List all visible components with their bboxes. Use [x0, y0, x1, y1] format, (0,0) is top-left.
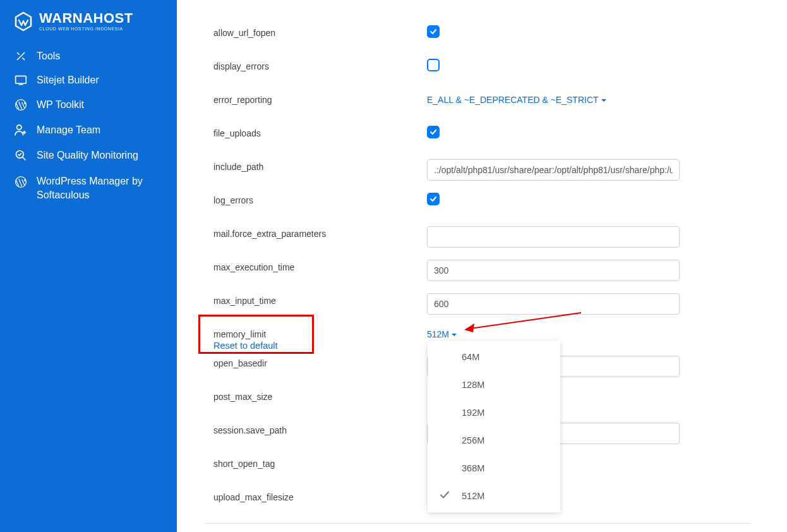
wordpress-icon: [14, 99, 28, 111]
dropdown-option[interactable]: 368M: [428, 454, 560, 482]
dropdown-error-reporting[interactable]: E_ALL & ~E_DEPRECATED & ~E_STRICT: [427, 92, 606, 105]
option-label: 64M: [462, 352, 479, 362]
option-label: 368M: [462, 463, 484, 473]
setting-label: allow_url_fopen: [213, 23, 427, 38]
setting-label: session.save_path: [213, 420, 427, 435]
setting-row-max-input-time: max_input_time: [177, 291, 787, 324]
tools-icon: [14, 51, 28, 62]
chevron-down-icon: [452, 334, 457, 336]
dropdown-memory-limit[interactable]: 512M: [427, 327, 457, 339]
dropdown-menu-memory-limit: 64M 128M 192M 256M 368M 512M: [428, 341, 560, 512]
sidebar-item-label: Site Quality Monitoring: [37, 150, 163, 161]
brand-logo: WARNAHOST CLOUD WEB HOSTING INDONESIA: [0, 11, 177, 44]
sidebar-item-label: WordPress Manager by Softaculous: [37, 174, 163, 203]
option-label: 512M: [462, 491, 484, 501]
dropdown-option[interactable]: 192M: [428, 399, 560, 426]
setting-row-log-errors: log_errors: [177, 190, 787, 224]
input-mail-force-extra[interactable]: [427, 226, 680, 248]
sidebar-item-site-quality[interactable]: Site Quality Monitoring: [5, 143, 172, 168]
sidebar-item-tools[interactable]: Tools: [5, 44, 172, 68]
brand-tagline: CLOUD WEB HOSTING INDONESIA: [39, 27, 133, 31]
option-label: 256M: [462, 435, 484, 445]
setting-label: max_execution_time: [213, 257, 427, 272]
brand-name: WARNAHOST: [39, 11, 133, 25]
checkbox-display-errors[interactable]: [427, 59, 440, 71]
setting-row-max-execution-time: max_execution_time: [177, 257, 787, 291]
brand-text: WARNAHOST CLOUD WEB HOSTING INDONESIA: [39, 11, 133, 31]
option-label: 192M: [462, 408, 484, 418]
dropdown-option[interactable]: 64M: [428, 343, 560, 371]
setting-label: post_max_size: [213, 387, 427, 402]
brand-mark-icon: [14, 11, 33, 32]
sidebar-item-sitejet[interactable]: Sitejet Builder: [5, 68, 172, 92]
setting-row-display-errors: display_errors: [177, 56, 787, 90]
svg-rect-0: [16, 76, 27, 83]
setting-label: display_errors: [213, 56, 427, 71]
setting-label: log_errors: [213, 190, 427, 205]
input-include-path[interactable]: [427, 159, 680, 181]
chevron-down-icon: [601, 99, 606, 102]
wordpress-icon: [14, 176, 28, 188]
sidebar-item-label: Tools: [37, 51, 163, 62]
magnify-check-icon: [14, 149, 28, 162]
setting-row-mail-force-extra: mail.force_extra_parameters: [177, 224, 787, 257]
sidebar-item-label: Sitejet Builder: [37, 75, 163, 86]
checkbox-allow-url-fopen[interactable]: [427, 25, 440, 38]
svg-point-2: [17, 125, 21, 130]
input-max-input-time[interactable]: [427, 293, 680, 315]
team-icon: [14, 124, 28, 136]
option-label: 128M: [462, 380, 484, 390]
setting-label: file_uploads: [213, 123, 427, 138]
checkbox-log-errors[interactable]: [427, 193, 440, 205]
sidebar: WARNAHOST CLOUD WEB HOSTING INDONESIA To…: [0, 0, 177, 532]
dropdown-option[interactable]: 256M: [428, 426, 560, 454]
setting-label: open_basedir: [213, 353, 427, 368]
setting-label: error_reporting: [213, 90, 427, 105]
setting-label: upload_max_filesize: [213, 487, 427, 502]
sidebar-item-label: WP Toolkit: [37, 99, 163, 111]
dropdown-option-selected[interactable]: 512M: [428, 482, 560, 510]
setting-row-error-reporting: error_reporting E_ALL & ~E_DEPRECATED & …: [177, 90, 787, 123]
dropdown-value: E_ALL & ~E_DEPRECATED & ~E_STRICT: [427, 95, 599, 105]
sidebar-item-manage-team[interactable]: Manage Team: [5, 118, 172, 143]
dropdown-value: 512M: [427, 329, 449, 339]
bottom-rule: [205, 523, 750, 524]
setting-row-allow-url-fopen: allow_url_fopen: [177, 23, 787, 56]
reset-to-default-link[interactable]: Reset to default: [213, 341, 427, 351]
input-max-execution-time[interactable]: [427, 260, 680, 281]
setting-label: max_input_time: [213, 291, 427, 306]
check-icon: [439, 490, 450, 503]
setting-label: short_open_tag: [213, 454, 427, 469]
sitejet-icon: [14, 75, 28, 86]
dropdown-option[interactable]: 128M: [428, 371, 560, 399]
setting-label: include_path: [213, 157, 427, 172]
sidebar-item-label: Manage Team: [37, 124, 163, 136]
checkbox-file-uploads[interactable]: [427, 126, 440, 138]
setting-row-file-uploads: file_uploads: [177, 123, 787, 157]
setting-row-include-path: include_path: [177, 157, 787, 190]
setting-label: memory_limit: [213, 329, 427, 339]
sidebar-item-wp-toolkit[interactable]: WP Toolkit: [5, 92, 172, 118]
sidebar-item-wp-manager[interactable]: WordPress Manager by Softaculous: [5, 168, 172, 209]
setting-label: mail.force_extra_parameters: [213, 224, 427, 239]
